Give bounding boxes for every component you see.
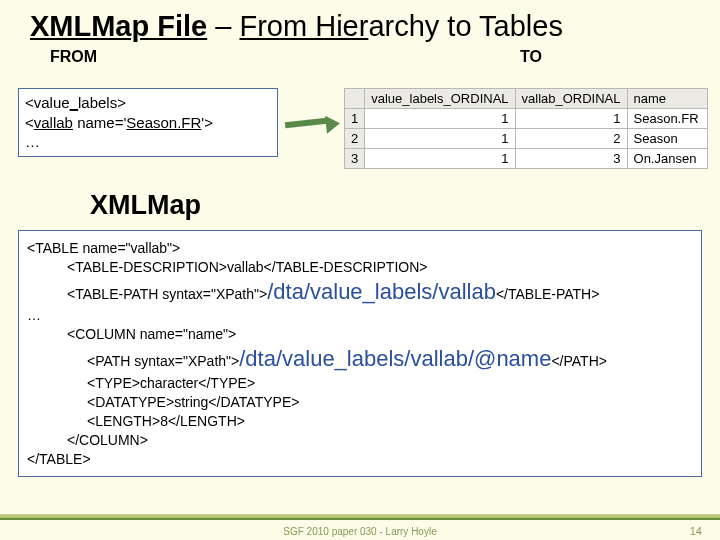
table-row: 2 1 2 Season	[345, 129, 708, 149]
from-box: <value_labels> <vallab name='Season.FR'>…	[18, 88, 278, 157]
code-line: </TABLE>	[27, 450, 693, 469]
code-line: <TABLE name="vallab">	[27, 239, 693, 258]
title-part2a: From Hier	[239, 10, 368, 42]
code-line: <PATH syntax="XPath">/dta/value_labels/v…	[27, 344, 693, 374]
code-line: <TYPE>character</TYPE>	[27, 374, 693, 393]
code-box: <TABLE name="vallab"> <TABLE-DESCRIPTION…	[18, 230, 702, 477]
code-line: </COLUMN>	[27, 431, 693, 450]
slide-title: XMLMap File – From Hierarchy to Tables	[0, 0, 720, 48]
table-header: name	[627, 89, 707, 109]
table-header: vallab_ORDINAL	[515, 89, 627, 109]
code-line: <DATATYPE>string</DATATYPE>	[27, 393, 693, 412]
footer-text: SGF 2010 paper 030 - Larry Hoyle	[0, 526, 720, 537]
table-header-row: value_labels_ORDINAL vallab_ORDINAL name	[345, 89, 708, 109]
from-line1: <value_labels>	[25, 93, 271, 113]
title-part1: XMLMap File	[30, 10, 207, 42]
code-line: <COLUMN name="name">	[27, 325, 693, 344]
from-label: FROM	[50, 48, 320, 66]
to-label: TO	[520, 48, 542, 66]
xmlmap-heading: XMLMap	[90, 190, 201, 221]
code-line: <TABLE-PATH syntax="XPath">/dta/value_la…	[27, 277, 693, 307]
code-line: <LENGTH>8</LENGTH>	[27, 412, 693, 431]
arrow-icon	[285, 118, 340, 132]
table-header: value_labels_ORDINAL	[365, 89, 515, 109]
from-line3: …	[25, 132, 271, 152]
table-row: 1 1 1 Season.FR	[345, 109, 708, 129]
subhead-row: FROM TO	[0, 48, 720, 71]
code-ellipsis: …	[27, 306, 693, 325]
table-row: 3 1 3 On.Jansen	[345, 149, 708, 169]
table-corner	[345, 89, 365, 109]
page-number: 14	[690, 525, 702, 537]
from-line2: <vallab name='Season.FR'>	[25, 113, 271, 133]
title-part2b: archy to Tables	[368, 10, 563, 42]
to-table: value_labels_ORDINAL vallab_ORDINAL name…	[344, 88, 708, 169]
code-line: <TABLE-DESCRIPTION>vallab</TABLE-DESCRIP…	[27, 258, 693, 277]
title-sep: –	[207, 10, 239, 42]
